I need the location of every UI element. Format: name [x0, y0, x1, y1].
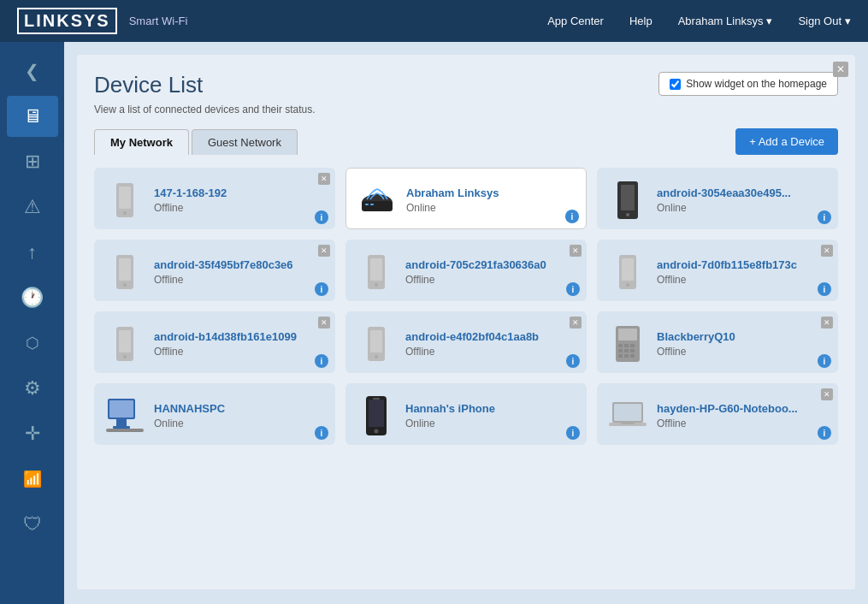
tab-my-network[interactable]: My Network — [94, 129, 189, 155]
device-name: android-705c291fa30636a0 — [405, 258, 546, 271]
device-info-button[interactable]: i — [315, 354, 328, 368]
device-info-button[interactable]: i — [315, 210, 328, 224]
device-icon-container — [607, 395, 648, 436]
device-info: android-7d0fb115e8fb173cOffline — [657, 258, 797, 286]
svg-rect-37 — [109, 400, 133, 417]
help-link[interactable]: Help — [629, 15, 652, 27]
main-content: ✕ Device List Show widget on the homepag… — [64, 42, 868, 604]
device-card-close-button[interactable]: ✕ — [318, 173, 330, 185]
device-card[interactable]: ✕android-b14d38fb161e1099Offlinei — [94, 311, 335, 373]
show-widget-button[interactable]: Show widget on the homepage — [658, 72, 838, 96]
device-card[interactable]: ✕android-7d0fb115e8fb173cOfflinei — [597, 240, 838, 301]
svg-rect-44 — [373, 398, 380, 400]
phone-icon — [366, 326, 387, 362]
device-status: Online — [406, 202, 499, 214]
device-card-close-button[interactable]: ✕ — [821, 245, 833, 257]
device-info: android-e4f02bf04c1aa8bOffline — [405, 330, 539, 358]
device-card-close-button[interactable]: ✕ — [570, 317, 582, 329]
device-icon-container — [607, 180, 648, 221]
svg-rect-28 — [624, 344, 629, 347]
device-info: Abraham LinksysOnline — [406, 187, 499, 214]
device-info-button[interactable]: i — [566, 282, 580, 296]
device-card[interactable]: ✕android-e4f02bf04c1aa8bOfflinei — [345, 311, 587, 373]
device-card[interactable]: Abraham LinksysOnlinei — [345, 168, 587, 229]
device-card[interactable]: android-3054eaa30e495...Onlinei — [597, 168, 838, 229]
svg-rect-30 — [618, 349, 623, 352]
user-menu[interactable]: Abraham Linksys ▾ — [678, 15, 773, 27]
device-card[interactable]: HANNAHSPCOnlinei — [94, 383, 335, 445]
device-card-close-button[interactable]: ✕ — [570, 245, 582, 257]
svg-rect-40 — [106, 429, 144, 432]
panel-close-button[interactable]: ✕ — [833, 62, 848, 77]
device-info: android-3054eaa30e495...Online — [657, 187, 791, 214]
device-info-button[interactable]: i — [315, 282, 328, 296]
sidebar-item-warning[interactable]: ⚠ — [7, 187, 58, 228]
device-status: Offline — [154, 274, 293, 286]
device-icon-container — [356, 395, 397, 436]
device-card-close-button[interactable]: ✕ — [821, 317, 833, 329]
sidebar-item-devices[interactable]: 🖥 — [7, 96, 58, 137]
sign-out-link[interactable]: Sign Out ▾ — [798, 15, 851, 27]
device-card[interactable]: ✕android-705c291fa30636a0Offlinei — [345, 240, 587, 301]
device-status: Offline — [405, 274, 546, 286]
device-info-button[interactable]: i — [818, 282, 831, 296]
sidebar-item-settings[interactable]: ⚙ — [7, 368, 58, 409]
sidebar-item-tools[interactable]: ✛ — [7, 413, 58, 454]
show-widget-checkbox[interactable] — [670, 79, 681, 90]
svg-point-43 — [375, 429, 379, 434]
device-info: android-35f495bf7e80c3e6Offline — [154, 258, 293, 286]
device-card-close-button[interactable]: ✕ — [318, 317, 330, 329]
computer-icon — [104, 397, 145, 435]
device-card-close-button[interactable]: ✕ — [318, 245, 330, 257]
device-icon-container — [607, 323, 648, 364]
update-icon: ↑ — [27, 241, 37, 264]
device-card[interactable]: ✕hayden-HP-G60-Noteboo...Offlinei — [597, 383, 838, 445]
svg-rect-5 — [365, 204, 369, 205]
device-name: android-3054eaa30e495... — [657, 187, 791, 199]
sidebar-item-wifi[interactable]: 📶 — [7, 459, 58, 500]
device-status: Online — [405, 417, 495, 429]
sidebar-item-clock[interactable]: 🕐 — [7, 277, 58, 318]
devices-icon: 🖥 — [23, 105, 42, 127]
show-widget-label: Show widget on the homepage — [686, 78, 827, 90]
sidebar-back-button[interactable]: ❮ — [0, 50, 64, 92]
device-info-button[interactable]: i — [565, 210, 579, 223]
sidebar-item-shield[interactable]: 🛡 — [7, 504, 58, 545]
device-info-button[interactable]: i — [818, 426, 831, 440]
device-icon-container — [104, 323, 145, 364]
device-card[interactable]: Hannah's iPhoneOnlinei — [345, 383, 587, 445]
phone-icon — [115, 182, 135, 218]
svg-rect-46 — [614, 404, 641, 421]
sidebar-item-usb[interactable]: ⬡ — [7, 323, 58, 364]
tools-icon: ✛ — [25, 423, 40, 445]
sidebar-item-grid[interactable]: ⊞ — [7, 141, 58, 182]
iphone-icon — [364, 395, 388, 436]
device-info-button[interactable]: i — [315, 426, 328, 440]
device-info: android-b14d38fb161e1099Offline — [154, 330, 297, 358]
svg-rect-23 — [370, 330, 382, 352]
sign-out-chevron-icon: ▾ — [845, 15, 851, 27]
device-name: android-7d0fb115e8fb173c — [657, 258, 797, 271]
user-chevron-icon: ▾ — [766, 15, 772, 27]
device-info-button[interactable]: i — [566, 354, 580, 368]
svg-rect-42 — [369, 400, 384, 427]
svg-point-12 — [123, 283, 127, 287]
device-info-button[interactable]: i — [566, 426, 580, 440]
main-layout: ❮ 🖥 ⊞ ⚠ ↑ 🕐 ⬡ ⚙ ✛ 📶 🛡 — [0, 42, 868, 604]
device-info-button[interactable]: i — [818, 210, 831, 224]
device-status: Offline — [405, 346, 539, 358]
svg-point-24 — [375, 355, 378, 358]
device-card[interactable]: ✕android-35f495bf7e80c3e6Offlinei — [94, 240, 335, 301]
device-card[interactable]: ✕BlackberryQ10Offlinei — [597, 311, 838, 373]
device-status: Offline — [154, 346, 297, 358]
device-icon-container — [104, 395, 145, 436]
tab-guest-network[interactable]: Guest Network — [192, 129, 298, 155]
add-device-button[interactable]: + Add a Device — [735, 128, 838, 155]
sidebar-item-update[interactable]: ↑ — [7, 232, 58, 273]
device-info-button[interactable]: i — [818, 354, 831, 368]
device-card-close-button[interactable]: ✕ — [821, 388, 833, 400]
device-card[interactable]: ✕147-1-168-192Offlinei — [94, 168, 335, 229]
laptop-icon — [607, 400, 648, 431]
device-name: Abraham Linksys — [406, 187, 499, 199]
app-center-link[interactable]: App Center — [547, 15, 604, 27]
